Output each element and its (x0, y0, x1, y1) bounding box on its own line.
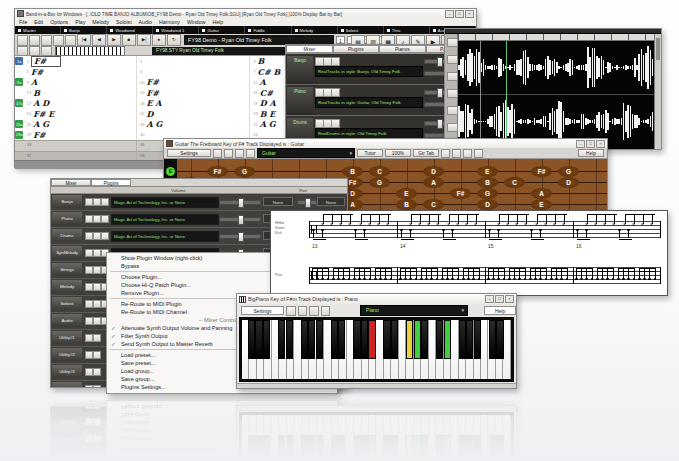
plugin-row-button[interactable] (93, 334, 101, 342)
black-key[interactable] (248, 320, 255, 359)
fret-toolbar-button[interactable] (463, 149, 472, 158)
volume-slider[interactable] (219, 200, 261, 205)
track-strip-item[interactable]: Guitar (199, 26, 245, 34)
track-strip-item[interactable]: Thru (384, 26, 430, 34)
black-key[interactable] (301, 320, 308, 359)
transport-button[interactable]: |◀ (77, 34, 91, 46)
track-strip-item[interactable]: Woodwind 1 (153, 26, 199, 34)
mixer-tab-plugins[interactable]: Plugins (333, 45, 380, 53)
close-button[interactable]: × (596, 140, 605, 148)
chord-cell[interactable]: 10F# (136, 77, 249, 88)
settings-button[interactable]: Settings (241, 306, 284, 315)
menu-edit[interactable]: Edit (34, 19, 43, 25)
mixer-strip-button[interactable] (331, 119, 340, 128)
minimize-button[interactable]: – (445, 10, 454, 18)
tab-plugins[interactable]: Plugins (91, 179, 131, 186)
white-key[interactable] (481, 320, 488, 379)
piano-toolbar-button[interactable] (309, 306, 318, 316)
track-select-dropdown[interactable]: Guitar▾ (257, 148, 355, 158)
toolbar-button[interactable] (65, 35, 76, 46)
menu-help[interactable]: Help (212, 19, 223, 25)
fret-toolbar-button[interactable] (452, 149, 461, 158)
chord-cell[interactable]: 13B (24, 88, 136, 99)
black-key[interactable] (278, 320, 285, 359)
plugin-row-button[interactable] (93, 249, 101, 257)
minimize-button[interactable]: – (485, 295, 494, 303)
toolbar-button[interactable] (17, 46, 28, 56)
transport-button[interactable]: ▶| (137, 34, 151, 46)
fret-note-e[interactable]: E (531, 199, 552, 210)
piano-toolbar-button[interactable] (298, 306, 307, 316)
plugin-row-button[interactable] (85, 198, 93, 206)
menu-file[interactable]: File (19, 19, 27, 25)
slider-thumb[interactable] (437, 88, 443, 98)
none-button[interactable]: None (263, 197, 293, 206)
toolbar-button[interactable] (41, 46, 52, 56)
fret-note-b[interactable]: B (342, 166, 363, 177)
plugin-slot-field[interactable]: Magic Art of Technology, Inc. or None (111, 231, 219, 242)
mini-keyboard[interactable] (55, 46, 125, 56)
slider-thumb[interactable] (437, 119, 443, 129)
settings-button[interactable]: Settings (167, 149, 211, 157)
fret-note-f#[interactable]: F# (450, 188, 471, 199)
plugin-row-button[interactable] (85, 334, 93, 342)
transport-button[interactable]: ■ (122, 34, 136, 46)
volume-slider[interactable] (219, 217, 261, 222)
chord-cell[interactable]: 18E A (136, 98, 249, 109)
menu-melody[interactable]: Melody (92, 19, 109, 25)
transport-button[interactable]: ● (152, 34, 166, 46)
black-key[interactable] (459, 320, 466, 359)
toolbar-button[interactable] (29, 46, 40, 56)
plugin-row-button[interactable] (93, 198, 101, 206)
black-key[interactable] (338, 320, 345, 359)
maximize-button[interactable]: □ (495, 295, 504, 303)
slider-thumb[interactable] (437, 57, 443, 67)
black-key[interactable] (421, 320, 428, 359)
chord-cell[interactable]: 29F# (24, 130, 136, 141)
slider-thumb[interactable] (238, 215, 244, 225)
plugin-row-button[interactable] (93, 266, 101, 274)
black-key[interactable] (444, 320, 451, 359)
black-key[interactable] (406, 320, 413, 359)
chord-cell[interactable]: 5F# (24, 67, 136, 78)
mixer-strip-button[interactable] (331, 88, 340, 97)
plugin-row-button[interactable] (85, 266, 93, 274)
plugin-row-button[interactable] (93, 232, 101, 240)
black-key[interactable] (368, 320, 375, 359)
fret-note-a[interactable]: A (531, 188, 552, 199)
black-key[interactable] (308, 320, 315, 359)
transport-button[interactable]: ◀ (92, 34, 106, 46)
chord-cell[interactable]: 25A G (24, 119, 136, 130)
track-strip-item[interactable]: Melody (292, 26, 338, 34)
menu-window[interactable]: Window (187, 19, 205, 25)
chord-cell[interactable]: 2 (136, 56, 249, 67)
black-key[interactable] (286, 320, 293, 359)
piano-keyboard[interactable] (239, 317, 514, 382)
fret-note-c[interactable]: C (369, 166, 390, 177)
track-strip-item[interactable]: Master (15, 26, 61, 34)
audio-tool-button[interactable] (447, 123, 458, 132)
plugin-row-button[interactable] (85, 317, 93, 325)
black-key[interactable] (353, 320, 360, 359)
fret-note-g[interactable]: G (369, 177, 390, 188)
help-button[interactable]: Help (484, 306, 516, 315)
volume-slider[interactable] (219, 234, 261, 239)
toolbar-button[interactable] (53, 35, 64, 46)
plugin-row-button[interactable] (93, 215, 101, 223)
black-key[interactable] (414, 320, 421, 359)
chord-cell[interactable]: 26A G (136, 119, 249, 130)
help-button[interactable]: Help (578, 149, 604, 157)
menu-play[interactable]: Play (75, 19, 85, 25)
plugin-row-button[interactable] (101, 215, 109, 223)
plugin-row-button[interactable] (93, 283, 101, 291)
black-key[interactable] (496, 320, 503, 359)
black-key[interactable] (331, 320, 338, 359)
fret-note-g[interactable]: G (558, 166, 579, 177)
fret-note-c[interactable]: C (423, 199, 444, 210)
menu-soloist[interactable]: Soloist (116, 19, 132, 25)
part-marker[interactable]: 1a (15, 57, 23, 65)
black-key[interactable] (316, 320, 323, 359)
slider-thumb[interactable] (305, 198, 311, 208)
fret-note-c[interactable]: C (504, 177, 525, 188)
plugin-row-button[interactable] (85, 215, 93, 223)
